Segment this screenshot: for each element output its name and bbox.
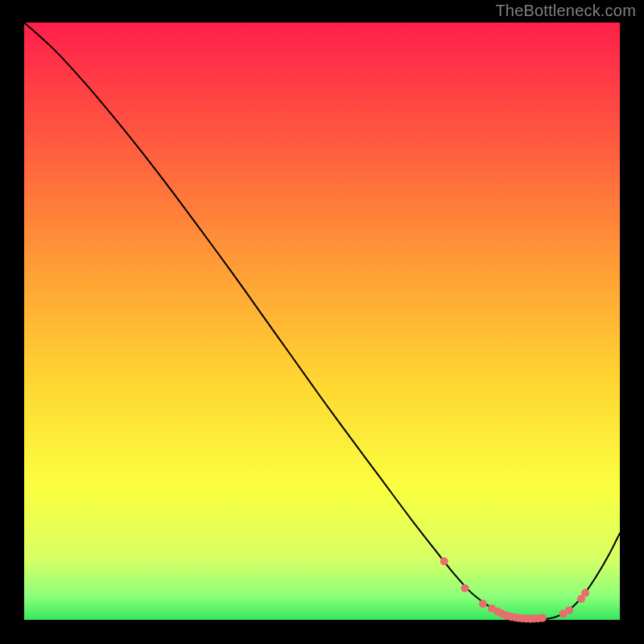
- sample-point: [440, 557, 448, 565]
- chart-stage: TheBottleneck.com: [0, 0, 644, 644]
- sample-point: [565, 606, 573, 614]
- sample-point: [479, 600, 487, 608]
- sample-point: [581, 589, 589, 597]
- watermark-text: TheBottleneck.com: [495, 2, 636, 20]
- bottleneck-chart-svg: [0, 0, 644, 644]
- sample-point: [539, 614, 547, 622]
- sample-point: [461, 584, 469, 592]
- plot-background: [24, 23, 620, 620]
